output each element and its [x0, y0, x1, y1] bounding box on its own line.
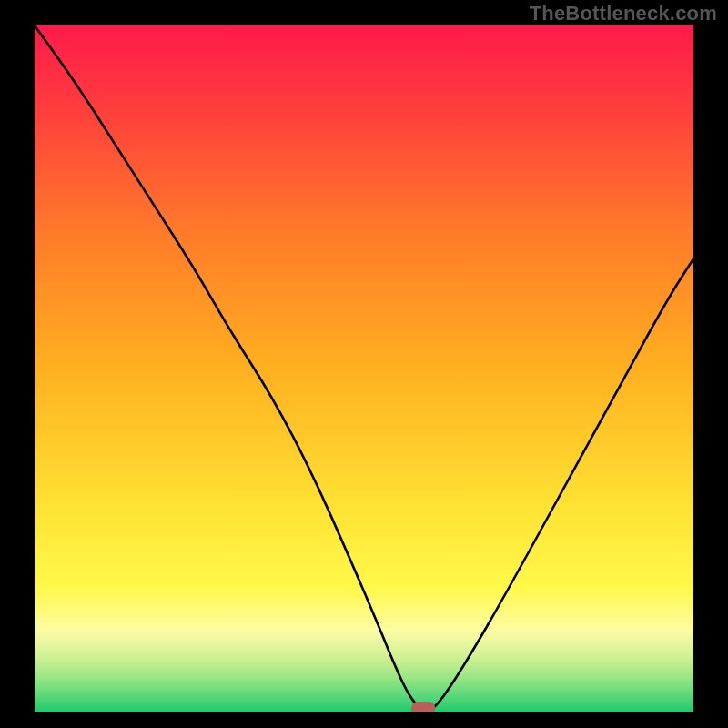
plot-area	[35, 25, 693, 712]
optimal-marker	[411, 702, 435, 712]
chart-svg	[35, 25, 693, 712]
attribution-text: TheBottleneck.com	[530, 2, 717, 25]
gradient-rect	[35, 25, 693, 712]
chart-frame: TheBottleneck.com	[0, 0, 728, 728]
